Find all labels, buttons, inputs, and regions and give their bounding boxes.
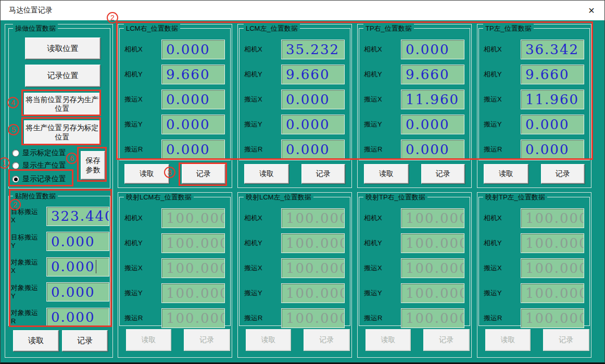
field-row: 搬运X 11.960 xyxy=(479,87,589,112)
value-field: 100.000 xyxy=(161,283,225,303)
close-icon[interactable]: ✕ xyxy=(586,5,597,16)
target-transport-y-field[interactable]: 0.000 xyxy=(46,232,109,251)
record-button[interactable]: 记录 xyxy=(541,164,585,184)
field-row: 相机X 100.000 xyxy=(479,206,589,231)
position-groupbox: TP左_位置数据 相机X 36.342 相机Y 9.660 搬运X 11.960… xyxy=(478,28,590,160)
record-position-button[interactable]: 记录位置 xyxy=(25,65,100,87)
save-as-calibration-button[interactable]: 将生产位置另存为标定位置 xyxy=(24,120,100,145)
attach-record-button[interactable]: 记录 xyxy=(62,330,108,352)
value-field[interactable]: 0.000 xyxy=(521,140,584,159)
field-row: 目标搬运X 323.440 xyxy=(9,204,110,229)
value-field: 100.000 xyxy=(521,233,584,253)
left-panel: 操做位置数据 读取位置 记录位置 将当前位置另存为生产位置 将生产位置另存为标定… xyxy=(5,24,113,358)
radio-show-record-position[interactable]: 显示记录位置 xyxy=(12,174,66,184)
value-field[interactable]: 9.660 xyxy=(521,65,584,84)
value-field[interactable]: 0.000 xyxy=(401,40,464,59)
radio-icon xyxy=(12,162,19,169)
value-field: 100.000 xyxy=(401,208,464,228)
field-row: 目标搬运Y 0.000 xyxy=(9,229,110,255)
value-field[interactable]: 0.000 xyxy=(401,140,464,159)
value-field[interactable]: 36.342 xyxy=(521,40,584,59)
value-field[interactable]: 0.000 xyxy=(161,90,225,109)
read-button: 读取 xyxy=(246,329,291,351)
group-title: 映射LCM右_位置数据 xyxy=(124,193,194,202)
field-row: 搬运Y 0.000 xyxy=(240,112,350,137)
field-row: 搬运X 100.000 xyxy=(120,256,230,281)
value-field[interactable]: 0.000 xyxy=(161,115,225,134)
position-groupbox: LCM左_位置数据 相机X 35.232 相机Y 9.660 搬运X 0.000… xyxy=(239,28,350,160)
field-row: 相机Y 100.000 xyxy=(120,231,230,256)
position-group-panel-1: LCM左_位置数据 相机X 35.232 相机Y 9.660 搬运X 0.000… xyxy=(237,24,352,188)
field-row: 对象搬运Y 0.000 xyxy=(9,280,110,305)
save-as-production-button[interactable]: 将当前位置另存为生产位置 xyxy=(24,93,100,116)
attach-read-button[interactable]: 读取 xyxy=(13,330,59,352)
position-group-panel-0: LCM右_位置数据 相机X 0.000 相机Y 9.660 搬运X 0.000 … xyxy=(118,24,232,188)
target-transport-x-field[interactable]: 323.440 xyxy=(46,207,109,226)
value-field[interactable]: 35.232 xyxy=(281,40,345,59)
read-button[interactable]: 读取 xyxy=(244,164,289,184)
value-field[interactable]: 0.000 xyxy=(161,140,225,159)
field-row: 相机Y 100.000 xyxy=(240,231,350,256)
value-field[interactable]: 0.000 xyxy=(521,115,584,134)
group-title: 映射TP右_位置数据 xyxy=(363,193,427,202)
mapped-group-panel-0: 映射LCM右_位置数据 相机X 100.000 相机Y 100.000 搬运X … xyxy=(118,192,232,358)
attach-group-title: 贴附位置数据 xyxy=(13,192,58,201)
field-row: 搬运Y 0.000 xyxy=(359,112,470,137)
object-transport-x-field[interactable]: 0.000 xyxy=(46,257,109,277)
field-row: 搬运Y 0.000 xyxy=(479,112,589,137)
field-row: 相机Y 100.000 xyxy=(479,231,589,256)
value-field[interactable]: 9.660 xyxy=(401,65,464,84)
value-field[interactable]: 11.960 xyxy=(401,90,464,109)
field-row: 相机X 35.232 xyxy=(240,37,350,62)
read-button[interactable]: 读取 xyxy=(484,164,528,184)
field-row: 搬运R 100.000 xyxy=(240,306,350,331)
object-transport-r-field[interactable]: 0.000 xyxy=(46,308,109,327)
value-field: 100.000 xyxy=(281,258,345,278)
radio-show-calibration-position[interactable]: 显示标定位置 xyxy=(12,148,66,158)
field-row: 相机X 100.000 xyxy=(359,206,470,231)
group-title: 映射TP左_位置数据 xyxy=(483,193,547,202)
value-field: 100.000 xyxy=(401,283,464,303)
app-window: 马达位置记录 ✕ 操做位置数据 读取位置 记录位置 将当前位置另存为生产位置 将… xyxy=(0,0,605,364)
field-row: 搬运R 0.000 xyxy=(359,137,470,162)
radio-icon xyxy=(12,149,19,157)
record-button[interactable]: 记录 xyxy=(301,164,345,184)
value-field: 100.000 xyxy=(161,308,225,328)
position-groupbox: LCM右_位置数据 相机X 0.000 相机Y 9.660 搬运X 0.000 … xyxy=(119,28,231,160)
field-row: 搬运X 100.000 xyxy=(359,256,470,281)
read-button: 读取 xyxy=(485,329,531,351)
value-field[interactable]: 9.660 xyxy=(281,65,345,84)
field-row: 搬运Y 100.000 xyxy=(240,281,350,306)
value-field[interactable]: 0.000 xyxy=(281,115,345,134)
value-field[interactable]: 0.000 xyxy=(161,40,225,59)
mapped-group-panel-2: 映射TP右_位置数据 相机X 100.000 相机Y 100.000 搬运X 1… xyxy=(357,192,472,358)
read-button[interactable]: 读取 xyxy=(124,164,169,184)
field-row: 相机X 0.000 xyxy=(120,37,230,62)
field-row: 相机Y 9.660 xyxy=(120,62,230,87)
field-row: 相机X 36.342 xyxy=(479,37,589,62)
value-field[interactable]: 0.000 xyxy=(281,140,345,159)
group-title: TP右_位置数据 xyxy=(363,24,414,33)
field-row: 相机X 100.000 xyxy=(120,206,230,231)
field-row: 搬运Y 100.000 xyxy=(120,281,230,306)
value-field[interactable]: 9.660 xyxy=(161,65,225,84)
field-row: 搬运R 0.000 xyxy=(240,137,350,162)
radio-show-production-position[interactable]: 显示生产位置 xyxy=(12,161,66,170)
field-row: 搬运R 100.000 xyxy=(120,306,230,331)
read-button[interactable]: 读取 xyxy=(364,164,409,184)
text-caret xyxy=(96,260,96,273)
record-button[interactable]: 记录 xyxy=(421,164,465,184)
value-field[interactable]: 0.000 xyxy=(281,90,345,109)
record-button[interactable]: 记录 xyxy=(182,164,225,184)
value-field[interactable]: 11.960 xyxy=(521,90,584,109)
group-title: LCM右_位置数据 xyxy=(124,24,180,33)
value-field[interactable]: 0.000 xyxy=(401,115,464,134)
value-field: 100.000 xyxy=(281,208,345,228)
object-transport-y-field[interactable]: 0.000 xyxy=(46,282,109,302)
read-position-button[interactable]: 读取位置 xyxy=(25,37,100,59)
value-field: 100.000 xyxy=(401,233,464,253)
value-field: 100.000 xyxy=(161,258,225,278)
read-button: 读取 xyxy=(365,329,411,351)
record-button: 记录 xyxy=(304,329,350,351)
save-params-button[interactable]: 保存参数 xyxy=(81,151,105,180)
